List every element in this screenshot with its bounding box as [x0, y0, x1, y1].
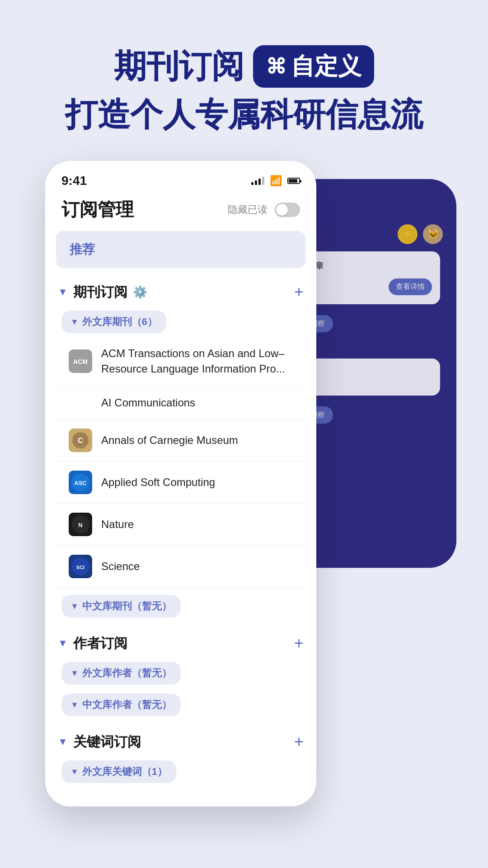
status-icons: 📶 [251, 175, 300, 187]
section-journal: ▼ 期刊订阅 ⚙️ + [56, 279, 305, 307]
bg-detail-btn[interactable]: 查看详情 [389, 278, 432, 295]
list-item[interactable]: AI Communications [56, 388, 305, 418]
avatar: C [69, 429, 92, 452]
subcategory-chinese-author[interactable]: ▼ 中文库作者（暂无） [61, 693, 181, 716]
chinese-journal-chevron-icon: ▼ [70, 602, 79, 611]
wifi-icon: 📶 [270, 175, 282, 187]
avatar: N [69, 513, 92, 536]
journal-name: Science [101, 559, 140, 574]
avatar: SCI [69, 555, 92, 578]
svg-text:N: N [78, 522, 82, 528]
hero-badge-text: 自定义 [291, 51, 361, 82]
battery-icon [287, 178, 300, 184]
svg-text:ASC: ASC [74, 480, 87, 486]
list-content: 推荐 ▼ 期刊订阅 ⚙️ + ▼ 外文库期刊（6） [45, 231, 316, 788]
recommended-label: 推荐 [70, 242, 95, 256]
author-section-title: 作者订阅 [73, 634, 127, 653]
journal-add-button[interactable]: + [294, 283, 304, 302]
journal-settings-icon[interactable]: ⚙️ [133, 285, 147, 299]
subcategory-foreign-author[interactable]: ▼ 外文库作者（暂无） [61, 662, 181, 684]
section-journal-title-row: ▼ 期刊订阅 ⚙️ [58, 283, 147, 302]
svg-text:SCI: SCI [76, 565, 84, 570]
foreign-keyword-label: 外文库关键词（1） [82, 765, 167, 778]
author-add-button[interactable]: + [294, 634, 304, 653]
list-item[interactable]: ASC Applied Soft Computing [56, 463, 305, 501]
foreign-author-label: 外文库作者（暂无） [82, 666, 172, 680]
hero-section: 期刊订阅 ⌘ 自定义 打造个人专属科研信息流 [0, 0, 488, 161]
keyword-chevron-icon: ▼ [58, 736, 68, 748]
subcategory-foreign-journal[interactable]: ▼ 外文库期刊（6） [61, 311, 166, 333]
list-item[interactable]: C Annals of Carnegie Museum [56, 421, 305, 459]
toggle-label: 隐藏已读 [228, 203, 267, 217]
svg-text:ACM: ACM [73, 358, 88, 365]
chinese-journal-label: 中文库期刊（暂无） [82, 599, 172, 613]
status-time: 9:41 [61, 174, 87, 188]
hero-line1: 期刊订阅 ⌘ 自定义 [27, 45, 461, 88]
status-bar: 9:41 📶 [45, 161, 316, 192]
foreign-keyword-chevron-icon: ▼ [70, 767, 79, 777]
list-item[interactable]: SCI Science [56, 547, 305, 585]
section-keyword: ▼ 关键词订阅 + [56, 729, 305, 757]
chinese-author-chevron-icon: ▼ [70, 700, 79, 710]
signal-icon [251, 177, 264, 185]
page-title: 订阅管理 [61, 197, 134, 222]
nav-header: 订阅管理 隐藏已读 [45, 192, 316, 231]
chinese-author-label: 中文库作者（暂无） [82, 698, 172, 712]
avatar: ACM [69, 349, 92, 373]
phone-wrapper: ⚡ 🐱 期刊文章 查看详情 🌐 AI洞察 s still s could [45, 161, 443, 807]
hero-subtitle: 打造个人专属科研信息流 [27, 95, 461, 134]
section-author: ▼ 作者订阅 + [56, 630, 305, 658]
journal-name: Nature [101, 517, 134, 532]
hero-badge-icon: ⌘ [266, 54, 286, 79]
keyword-add-button[interactable]: + [294, 732, 304, 751]
journal-name: ACM Transactions on Asian and Low–Resour… [101, 346, 302, 376]
list-item[interactable]: ACM ACM Transactions on Asian and Low–Re… [56, 339, 305, 383]
journal-name: Applied Soft Computing [101, 475, 215, 490]
author-chevron-icon: ▼ [58, 637, 68, 649]
foreign-author-chevron-icon: ▼ [70, 669, 79, 678]
hide-read-toggle[interactable] [275, 203, 300, 217]
hero-title-part1: 期刊订阅 [114, 48, 244, 84]
journal-section-title: 期刊订阅 [73, 283, 127, 302]
list-item[interactable]: N Nature [56, 505, 305, 543]
svg-text:C: C [78, 437, 83, 444]
journal-name: AI Communications [101, 395, 195, 410]
nav-right: 隐藏已读 [228, 203, 300, 217]
subcategory-chinese-journal[interactable]: ▼ 中文库期刊（暂无） [61, 595, 181, 618]
section-keyword-title-row: ▼ 关键词订阅 [58, 733, 141, 751]
foreign-journal-label: 外文库期刊（6） [82, 315, 157, 329]
hero-badge: ⌘ 自定义 [253, 45, 374, 88]
foreign-journal-chevron-icon: ▼ [70, 317, 79, 327]
section-author-title-row: ▼ 作者订阅 [58, 634, 127, 653]
keyword-section-title: 关键词订阅 [73, 733, 141, 751]
journal-name: Annals of Carnegie Museum [101, 433, 238, 448]
recommended-pill[interactable]: 推荐 [56, 231, 305, 268]
avatar: ASC [69, 471, 92, 494]
phone-foreground: 9:41 📶 订阅管理 隐藏已读 推荐 [45, 161, 316, 807]
subcategory-foreign-keyword[interactable]: ▼ 外文库关键词（1） [61, 760, 176, 783]
journal-chevron-icon: ▼ [58, 286, 68, 298]
